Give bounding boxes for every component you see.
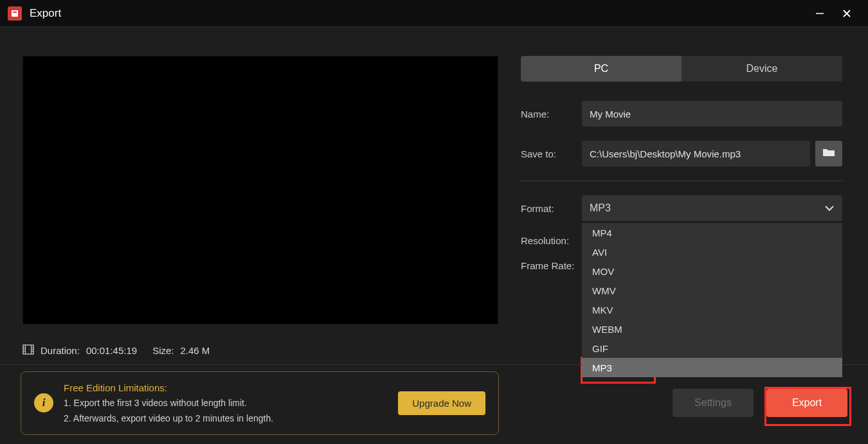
app-icon xyxy=(8,6,22,21)
format-option-gif[interactable]: GIF xyxy=(582,339,842,358)
settings-button[interactable]: Settings xyxy=(673,389,754,417)
format-option-avi[interactable]: AVI xyxy=(582,242,842,262)
close-button[interactable] xyxy=(833,4,860,23)
window-title: Export xyxy=(30,7,61,20)
upgrade-button[interactable]: Upgrade Now xyxy=(398,391,485,415)
saveto-label: Save to: xyxy=(521,148,582,159)
format-option-mp4[interactable]: MP4 xyxy=(582,223,842,242)
limitations-line1: 1. Export the first 3 videos without len… xyxy=(64,396,388,411)
tab-pc[interactable]: PC xyxy=(521,56,682,82)
format-option-mp3[interactable]: MP3 xyxy=(582,358,842,377)
divider xyxy=(521,181,842,181)
format-value: MP3 xyxy=(590,202,611,214)
duration-label: Duration: xyxy=(41,345,80,356)
minimize-button[interactable] xyxy=(806,4,833,23)
browse-button[interactable] xyxy=(815,141,842,166)
title-bar: Export xyxy=(0,0,868,27)
chevron-down-icon xyxy=(824,202,835,214)
resolution-label: Resolution: xyxy=(521,235,582,246)
format-option-webm[interactable]: WEBM xyxy=(582,319,842,339)
name-label: Name: xyxy=(521,109,582,120)
svg-rect-0 xyxy=(12,10,18,17)
duration-value: 00:01:45:19 xyxy=(86,345,137,356)
size-value: 2.46 M xyxy=(180,345,210,356)
format-label: Format: xyxy=(521,203,582,214)
format-option-mov[interactable]: MOV xyxy=(582,262,842,281)
format-dropdown: MP4AVIMOVWMVMKVWEBMGIFMP3 xyxy=(582,223,842,377)
framerate-label: Frame Rate: xyxy=(521,260,582,271)
tab-device[interactable]: Device xyxy=(682,56,842,82)
film-icon xyxy=(23,344,34,357)
folder-icon xyxy=(822,147,835,160)
saveto-input[interactable] xyxy=(582,141,810,166)
name-input[interactable] xyxy=(582,101,842,127)
media-meta: Duration: 00:01:45:19 Size: 2.46 M xyxy=(23,344,498,357)
limitations-title: Free Edition Limitations: xyxy=(64,380,388,396)
limitations-line2: 2. Afterwards, export video up to 2 minu… xyxy=(64,411,388,427)
info-icon: i xyxy=(34,393,53,413)
format-select[interactable]: MP3 xyxy=(582,195,842,221)
limitations-card: i Free Edition Limitations: 1. Export th… xyxy=(21,371,499,435)
svg-rect-1 xyxy=(13,12,17,13)
export-button[interactable]: Export xyxy=(766,389,847,417)
format-option-mkv[interactable]: MKV xyxy=(582,300,842,319)
video-preview xyxy=(23,56,498,324)
size-label: Size: xyxy=(152,345,174,356)
format-option-wmv[interactable]: WMV xyxy=(582,281,842,300)
